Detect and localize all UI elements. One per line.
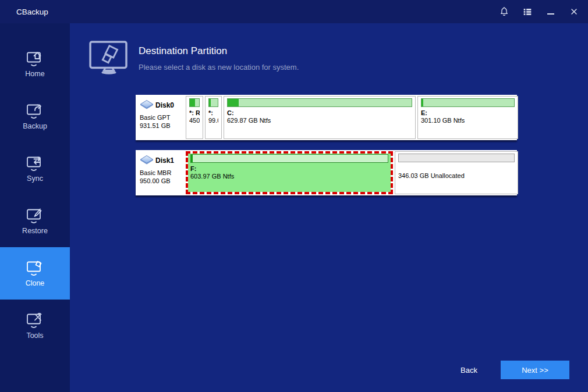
page-header: Destination Partition Please select a di…: [88, 40, 299, 77]
menu-list-icon[interactable]: [522, 6, 533, 17]
disk-name: Disk1: [155, 156, 174, 165]
sidebar-item-label: Sync: [27, 174, 43, 183]
usage-bar: [189, 98, 200, 107]
notification-bell-icon[interactable]: [498, 6, 510, 17]
partition-strip: *: R 450. *: 99.0 C: 629.87 GB Ntfs E: 3…: [186, 96, 518, 139]
usage-bar-fill: [190, 99, 195, 106]
next-button[interactable]: Next >>: [501, 361, 569, 379]
page-title: Destination Partition: [139, 45, 299, 57]
partition-label: C:: [227, 109, 412, 117]
tools-icon: [26, 312, 44, 329]
partition-label: F:: [190, 165, 388, 173]
disk-list: Disk0 Basic GPT 931.51 GB *: R 450. *: 9…: [136, 95, 517, 205]
usage-bar: [227, 98, 412, 107]
usage-bar-fill: [191, 155, 193, 162]
destination-partition-icon: [88, 40, 129, 77]
partition-size: 301.10 GB Ntfs: [421, 117, 515, 124]
backup-icon: [26, 102, 44, 120]
restore-icon: [26, 207, 44, 224]
clone-icon: [26, 259, 44, 277]
sync-icon: [26, 155, 44, 172]
partition-label: E:: [421, 109, 515, 117]
partition[interactable]: F: 603.97 GB Ntfs: [186, 151, 393, 194]
sidebar-nav: Home Backup Sync Restore: [0, 23, 70, 392]
disk-icon: [140, 154, 154, 167]
disk-row-disk0: Disk0 Basic GPT 931.51 GB *: R 450. *: 9…: [136, 95, 517, 140]
partition-size: 629.87 GB Ntfs: [227, 117, 412, 124]
usage-bar: [190, 154, 388, 163]
partition-size: 99.0: [208, 117, 218, 124]
sidebar-item-label: Backup: [23, 122, 47, 130]
usage-bar-fill: [228, 99, 239, 106]
disk-info: Disk0 Basic GPT 931.51 GB: [137, 96, 186, 139]
close-button[interactable]: [568, 6, 580, 17]
partition[interactable]: C: 629.87 GB Ntfs: [224, 96, 416, 139]
disk-row-disk1: Disk1 Basic MBR 950.00 GB F: 603.97 GB N…: [136, 150, 517, 195]
partition-size: 346.03 GB Unallocated: [398, 172, 515, 180]
partition-size: 603.97 GB Ntfs: [190, 173, 388, 180]
partition[interactable]: E: 301.10 GB Ntfs: [417, 96, 518, 139]
main-content: Destination Partition Please select a di…: [70, 23, 588, 392]
usage-bar: [398, 154, 515, 162]
sidebar-item-label: Clone: [26, 279, 45, 287]
disk-head: Disk0: [140, 99, 186, 112]
cbackup-window: CBackup: [0, 0, 588, 392]
minimize-button[interactable]: [545, 6, 557, 17]
page-subtitle: Please select a disk as new location for…: [139, 63, 299, 72]
minimize-icon: [547, 13, 554, 15]
usage-bar: [421, 98, 515, 107]
usage-bar-fill: [209, 99, 211, 106]
partition-label: [398, 165, 515, 172]
page-header-text: Destination Partition Please select a di…: [139, 40, 299, 77]
partition[interactable]: *: R 450.: [186, 96, 203, 139]
partition-strip: F: 603.97 GB Ntfs 346.03 GB Unallocated: [186, 151, 518, 194]
sidebar-item-label: Tools: [26, 332, 43, 340]
titlebar-icons: [498, 6, 580, 17]
usage-bar-fill: [421, 99, 423, 106]
disk-name: Disk0: [155, 101, 174, 109]
partition-size: 450.: [189, 117, 200, 124]
sidebar-item-clone[interactable]: Clone: [0, 247, 70, 300]
home-icon: [26, 50, 44, 67]
disk-type: Basic MBR: [140, 169, 186, 176]
partition[interactable]: *: 99.0: [205, 96, 222, 139]
disk-head: Disk1: [140, 154, 186, 167]
sidebar-item-sync[interactable]: Sync: [0, 142, 70, 195]
footer: Back Next >>: [461, 361, 569, 379]
app-title: CBackup: [16, 8, 48, 16]
sidebar-item-label: Home: [25, 70, 44, 78]
partition-label: *: R: [189, 109, 200, 117]
sidebar-item-tools[interactable]: Tools: [0, 300, 70, 352]
partition-label: *:: [208, 109, 218, 117]
sidebar-item-home[interactable]: Home: [0, 38, 70, 90]
sidebar-item-label: Restore: [22, 227, 48, 235]
disk-size: 950.00 GB: [140, 177, 186, 184]
disk-size: 931.51 GB: [140, 122, 186, 129]
disk-icon: [140, 99, 154, 112]
sidebar-item-backup[interactable]: Backup: [0, 90, 70, 142]
partition[interactable]: 346.03 GB Unallocated: [395, 151, 518, 194]
usage-bar: [208, 98, 218, 107]
disk-type: Basic GPT: [140, 114, 186, 121]
back-button[interactable]: Back: [461, 366, 477, 375]
titlebar: CBackup: [0, 0, 588, 23]
disk-info: Disk1 Basic MBR 950.00 GB: [137, 151, 186, 194]
sidebar-item-restore[interactable]: Restore: [0, 195, 70, 247]
